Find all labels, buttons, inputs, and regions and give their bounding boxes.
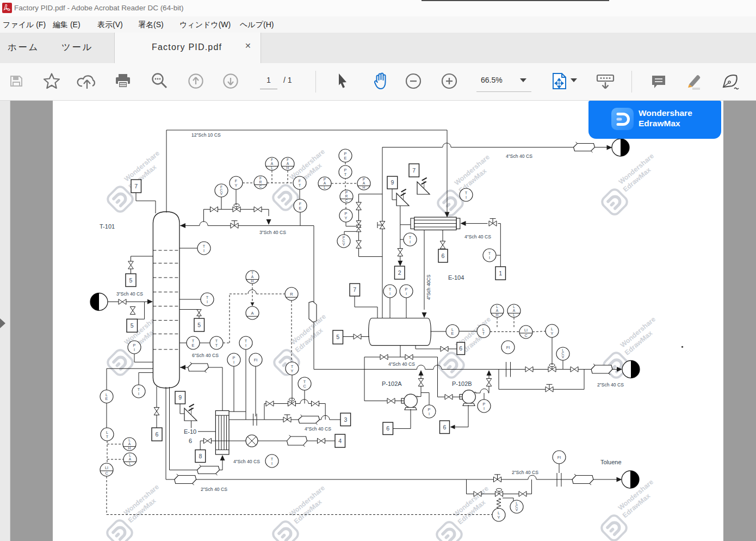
svg-text:I: I bbox=[207, 299, 208, 304]
svg-text:3″Sch 40 CS: 3″Sch 40 CS bbox=[259, 230, 286, 235]
svg-text:9: 9 bbox=[391, 179, 394, 186]
svg-text:5: 5 bbox=[336, 334, 339, 340]
svg-text:1: 1 bbox=[499, 270, 502, 276]
svg-text:4″Sch 40CS: 4″Sch 40CS bbox=[426, 274, 431, 300]
svg-text:P-102B: P-102B bbox=[452, 380, 472, 387]
svg-text:C: C bbox=[303, 384, 306, 389]
svg-text:R: R bbox=[259, 180, 262, 184]
svg-text:5: 5 bbox=[197, 322, 201, 328]
svg-text:7: 7 bbox=[353, 286, 356, 293]
svg-text:A: A bbox=[324, 181, 326, 185]
svg-text:I: I bbox=[410, 239, 411, 244]
svg-text:V: V bbox=[343, 242, 345, 246]
svg-text:6: 6 bbox=[189, 438, 192, 444]
svg-text:LI: LI bbox=[524, 328, 528, 333]
svg-text:Y: Y bbox=[235, 183, 238, 188]
svg-text:4″Sch 40 CS: 4″Sch 40 CS bbox=[233, 459, 260, 464]
svg-text:Y: Y bbox=[551, 331, 554, 336]
svg-text:LI: LI bbox=[105, 465, 108, 470]
svg-text:5: 5 bbox=[129, 277, 133, 284]
svg-text:2″Sch 40 CS: 2″Sch 40 CS bbox=[597, 382, 624, 388]
svg-text:3″Sch 40 CS: 3″Sch 40 CS bbox=[116, 291, 143, 297]
svg-text:R: R bbox=[290, 292, 293, 297]
svg-text:E: E bbox=[344, 156, 347, 161]
svg-text:H: H bbox=[496, 313, 499, 317]
svg-text:R: R bbox=[345, 194, 348, 198]
svg-text:P-102A: P-102A bbox=[382, 380, 402, 387]
svg-text:V: V bbox=[516, 508, 518, 512]
svg-text:I: I bbox=[429, 411, 430, 416]
svg-text:A: A bbox=[513, 309, 516, 312]
svg-text:7: 7 bbox=[134, 183, 138, 189]
svg-text:6: 6 bbox=[443, 424, 447, 431]
svg-text:C: C bbox=[345, 199, 348, 202]
svg-text:A: A bbox=[129, 457, 132, 461]
svg-text:A: A bbox=[251, 275, 254, 279]
svg-text:Y: Y bbox=[345, 216, 348, 220]
svg-text:T: T bbox=[106, 434, 109, 439]
svg-text:L: L bbox=[271, 166, 273, 170]
svg-text:A: A bbox=[128, 442, 131, 446]
svg-text:Y: Y bbox=[291, 368, 294, 373]
svg-text:A: A bbox=[251, 311, 253, 316]
svg-text:4: 4 bbox=[338, 438, 342, 444]
svg-text:I: I bbox=[134, 347, 135, 352]
svg-text:L: L bbox=[513, 313, 515, 317]
svg-text:I: I bbox=[489, 255, 490, 260]
svg-text:L: L bbox=[324, 186, 326, 189]
svg-text:I: I bbox=[271, 461, 272, 466]
svg-text:8: 8 bbox=[199, 453, 202, 459]
svg-text:A: A bbox=[496, 309, 499, 312]
svg-text:2″Sch 40 CS: 2″Sch 40 CS bbox=[512, 470, 538, 475]
svg-text:T: T bbox=[299, 183, 301, 188]
svg-text:4″Sch 40 CS: 4″Sch 40 CS bbox=[305, 426, 331, 432]
svg-text:4″Sch 40 CS: 4″Sch 40 CS bbox=[388, 361, 415, 367]
svg-text:6: 6 bbox=[442, 253, 445, 259]
svg-text:T-101: T-101 bbox=[100, 223, 115, 230]
svg-text:V: V bbox=[220, 192, 223, 195]
svg-text:C: C bbox=[259, 185, 262, 188]
svg-text:T: T bbox=[215, 343, 218, 348]
svg-text:6: 6 bbox=[156, 431, 159, 438]
svg-text:I: I bbox=[138, 391, 139, 396]
svg-text:C: C bbox=[524, 333, 527, 338]
svg-text:I: I bbox=[245, 343, 246, 348]
svg-text:T: T bbox=[344, 172, 347, 177]
svg-text:H: H bbox=[128, 446, 131, 450]
svg-text:2: 2 bbox=[398, 269, 401, 276]
svg-text:6″Sch 40 CS: 6″Sch 40 CS bbox=[192, 353, 219, 358]
svg-text:6: 6 bbox=[386, 425, 389, 432]
svg-text:9: 9 bbox=[178, 394, 182, 401]
svg-text:I: I bbox=[466, 195, 467, 200]
svg-text:E-10: E-10 bbox=[184, 428, 196, 435]
svg-text:Y: Y bbox=[498, 515, 500, 520]
svg-text:Toluene: Toluene bbox=[600, 459, 622, 465]
svg-text:4″Sch 40 CS: 4″Sch 40 CS bbox=[464, 234, 491, 239]
svg-text:A: A bbox=[287, 162, 289, 165]
svg-text:6: 6 bbox=[459, 345, 462, 352]
svg-text:4″Sch 40 CS: 4″Sch 40 CS bbox=[506, 153, 532, 159]
svg-text:FI: FI bbox=[557, 455, 561, 460]
svg-text:E: E bbox=[299, 206, 302, 211]
svg-text:E: E bbox=[106, 396, 108, 401]
svg-text:V: V bbox=[562, 355, 565, 359]
svg-text:A: A bbox=[271, 162, 274, 165]
svg-text:I: I bbox=[203, 248, 205, 253]
svg-text:E: E bbox=[451, 331, 454, 336]
svg-text:I: I bbox=[233, 360, 234, 365]
svg-text:7: 7 bbox=[412, 167, 416, 174]
svg-text:3: 3 bbox=[344, 416, 347, 423]
svg-text:T: T bbox=[482, 331, 485, 336]
svg-text:H: H bbox=[251, 279, 254, 283]
svg-text:E: E bbox=[192, 343, 195, 348]
svg-text:E-104: E-104 bbox=[448, 274, 464, 281]
svg-text:FI: FI bbox=[254, 358, 258, 362]
svg-text:5: 5 bbox=[131, 322, 134, 329]
svg-text:12″Sch 10 CS: 12″Sch 10 CS bbox=[191, 132, 221, 138]
svg-text:H: H bbox=[363, 186, 365, 189]
svg-text:L: L bbox=[129, 462, 131, 465]
svg-text:FI: FI bbox=[506, 345, 510, 350]
svg-text:H: H bbox=[287, 166, 289, 170]
svg-text:A: A bbox=[363, 181, 365, 185]
svg-text:2″Sch 40 CS: 2″Sch 40 CS bbox=[201, 487, 227, 492]
